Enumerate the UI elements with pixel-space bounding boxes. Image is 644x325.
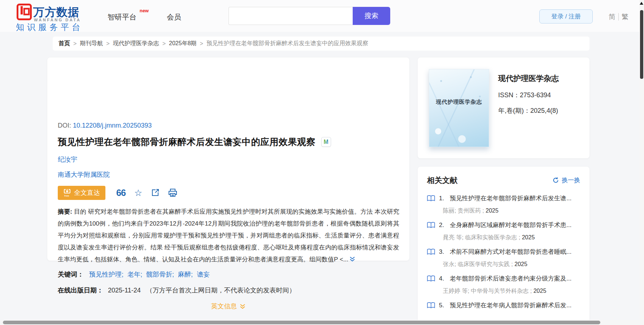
keyword-link[interactable]: 预见性护理 <box>89 271 122 278</box>
fulltext-button-label: 全文直达 <box>74 188 100 197</box>
scroll-up-arrow-icon[interactable] <box>640 2 643 5</box>
online-pubdate-row: 在线出版日期： 2025-11-24 （万方平台首次上网日期，不代表论文的发表时… <box>58 286 296 295</box>
item-year: 2025 <box>486 208 499 214</box>
keywords-row: 关键词： 预见性护理; 老年; 髋部骨折; 麻醉; 谵妄 <box>58 270 210 279</box>
keyword-link[interactable]: 谵妄 <box>197 271 210 278</box>
chevron-double-down-icon <box>239 303 246 310</box>
related-item: 4. 老年髋部骨折术后谵妄患者约束分级方案及... 王婷婷 等; 中华骨与关节外… <box>427 274 580 295</box>
book-icon <box>427 249 435 255</box>
item-year: 2025 <box>534 288 547 294</box>
keywords-label: 关键词： <box>58 271 84 278</box>
cite-quote-icon[interactable]: 66 <box>116 188 126 197</box>
nav-item-member-label: 会员 <box>167 13 181 21</box>
login-register-button[interactable]: 登录 / 注册 <box>539 9 593 23</box>
item-year: 2025 <box>522 234 535 240</box>
breadcrumb-separator: > <box>106 40 109 47</box>
journal-cover[interactable]: 现代护理医学杂志 <box>429 69 489 147</box>
breadcrumb-item-home[interactable]: 首页 <box>58 40 70 47</box>
related-articles-card: 相关文献 换一换 1. 预见性护理在老年髋部骨折麻醉术后发生谵... 陈丽; 贵… <box>418 167 589 325</box>
tool-icons: 66 ☆ <box>116 188 177 197</box>
item-title[interactable]: 老年髋部骨折术后谵妄患者约束分级方案及... <box>450 274 571 283</box>
affiliation-link[interactable]: 南通大学附属医院 <box>58 170 110 179</box>
related-item: 1. 预见性护理在老年髋部骨折麻醉术后发生谵... 陈丽; 贵州医药 ; 202… <box>427 194 580 215</box>
nav-item-member[interactable]: 会员 <box>167 12 181 22</box>
doi-label: DOI: <box>58 122 71 129</box>
pubdate-note: （万方平台首次上网日期，不代表论文的发表时间） <box>146 287 296 294</box>
breadcrumb-separator: > <box>200 40 203 47</box>
item-title[interactable]: 预见性护理在老年病人髋部骨折麻醉术后发... <box>450 301 571 309</box>
author-link[interactable]: 纪汝宇 <box>58 155 77 164</box>
keyword-separator: ; <box>172 271 174 278</box>
language-switch: 简繁 <box>606 12 631 22</box>
related-item: 5. 预见性护理在老年病人髋部骨折麻醉术后发... <box>427 301 580 309</box>
page: 万方数据 WANFANG DATA 知识服务平台 智研平台 new 会员 搜索 … <box>0 0 644 325</box>
journal-card: 现代护理医学杂志 现代护理医学杂志 ISSN：2753-6394 年,卷(期)：… <box>418 57 589 158</box>
volume-label: 年,卷(期)： <box>498 107 530 114</box>
pubdate-label: 在线出版日期： <box>58 287 103 294</box>
item-title[interactable]: 预见性护理在老年髋部骨折麻醉术后发生谵... <box>450 194 571 202</box>
related-header: 相关文献 换一换 <box>427 175 580 185</box>
breadcrumb-item-issue[interactable]: 2025年8期 <box>169 40 197 47</box>
breadcrumb-item-current: 预见性护理在老年髋部骨折麻醉术后发生谵妄中的应用效果观察 <box>206 40 368 47</box>
item-source: 王婷婷 等; 中华骨与关节外科杂志 ; <box>443 288 532 294</box>
nav-item-zhiyan-platform[interactable]: 智研平台 new <box>108 12 136 22</box>
keyword-separator: ; <box>122 271 123 278</box>
item-title[interactable]: 全身麻醉与区域麻醉对老年髋部骨折手术患... <box>450 221 571 229</box>
abstract: 摘要: 目的 研究对老年髋部骨折患者在其麻醉手术后应用实施预见性护理时对其所展现… <box>58 206 399 266</box>
book-icon <box>427 302 435 309</box>
new-badge: new <box>140 8 149 13</box>
horizontal-scroll-thumb[interactable] <box>3 321 600 324</box>
english-info-toggle[interactable]: 英文信息 <box>47 302 409 311</box>
breadcrumb-item-journal[interactable]: 现代护理医学杂志 <box>113 40 159 47</box>
search-input[interactable] <box>229 7 353 25</box>
refresh-label: 换一换 <box>562 176 580 184</box>
lang-traditional[interactable]: 繁 <box>618 13 631 21</box>
volume-value: 2025,4(8) <box>530 107 558 114</box>
item-meta: 张永; 临床医学研究与实践 ; 2025 <box>443 261 580 268</box>
lang-simplified[interactable]: 简 <box>606 13 618 21</box>
item-number: 4. <box>439 275 450 282</box>
item-number: 5. <box>439 302 450 309</box>
related-item: 2. 全身麻醉与区域麻醉对老年髋部骨折手术患... 晁亮 等; 临床和实验医学杂… <box>427 221 580 241</box>
item-number: 1. <box>439 195 450 202</box>
print-icon[interactable] <box>168 188 177 197</box>
item-meta: 陈丽; 贵州医药 ; 2025 <box>443 207 580 215</box>
vertical-scrollbar <box>639 0 644 325</box>
chevron-double-down-icon[interactable] <box>349 256 356 262</box>
book-icon <box>427 275 435 282</box>
svg-text:free: free <box>64 194 69 197</box>
article-card: DOI: 10.12208/j.jmnm.20250393 预见性护理在老年髋部… <box>47 57 409 261</box>
fulltext-button[interactable]: free 全文直达 <box>58 186 105 200</box>
item-meta: 晁亮 等; 临床和实验医学杂志 ; 2025 <box>443 234 580 241</box>
search-button[interactable]: 搜索 <box>353 7 390 25</box>
brand-tagline: 知识服务平台 <box>16 22 83 33</box>
horizontal-scrollbar <box>0 320 639 325</box>
header: 万方数据 WANFANG DATA 知识服务平台 智研平台 new 会员 搜索 … <box>0 0 644 32</box>
breadcrumb-item-journal-nav[interactable]: 期刊导航 <box>80 40 103 47</box>
wanfang-logo-icon[interactable] <box>17 4 32 20</box>
keyword-link[interactable]: 髋部骨折 <box>146 271 172 278</box>
keyword-separator: ; <box>191 271 193 278</box>
item-title[interactable]: 术前不同麻醉方式对老年髋部骨折患者睡眠... <box>450 248 571 256</box>
keyword-link[interactable]: 老年 <box>127 271 140 278</box>
article-title-text: 预见性护理在老年髋部骨折麻醉术后发生谵妄中的应用效果观察 <box>58 137 316 147</box>
journal-volume: 年,卷(期)：2025,4(8) <box>498 106 558 115</box>
related-title: 相关文献 <box>427 176 457 184</box>
item-source: 张永; 临床医学研究与实践 ; <box>443 261 513 267</box>
keyword-link[interactable]: 麻醉 <box>178 271 191 278</box>
journal-cover-title: 现代护理医学杂志 <box>429 99 489 106</box>
favorite-star-icon[interactable]: ☆ <box>134 188 142 197</box>
doi-link[interactable]: 10.12208/j.jmnm.20250393 <box>73 122 152 129</box>
breadcrumb-separator: > <box>162 40 166 47</box>
abstract-text: 目的 研究对老年髋部骨折患者在其麻醉手术后应用实施预见性护理时对其所展现的实施效… <box>58 208 399 263</box>
download-free-icon: free <box>63 188 71 197</box>
share-icon[interactable] <box>151 188 160 197</box>
journal-name[interactable]: 现代护理医学杂志 <box>498 73 559 84</box>
medline-badge-icon[interactable]: M <box>321 137 331 147</box>
issn-label: ISSN： <box>498 91 520 99</box>
book-icon <box>427 222 435 228</box>
vertical-scroll-thumb[interactable] <box>640 10 643 79</box>
action-bar: free 全文直达 66 ☆ <box>58 185 177 200</box>
nav-item-zhiyan-label: 智研平台 <box>108 13 136 21</box>
refresh-button[interactable]: 换一换 <box>552 176 580 184</box>
